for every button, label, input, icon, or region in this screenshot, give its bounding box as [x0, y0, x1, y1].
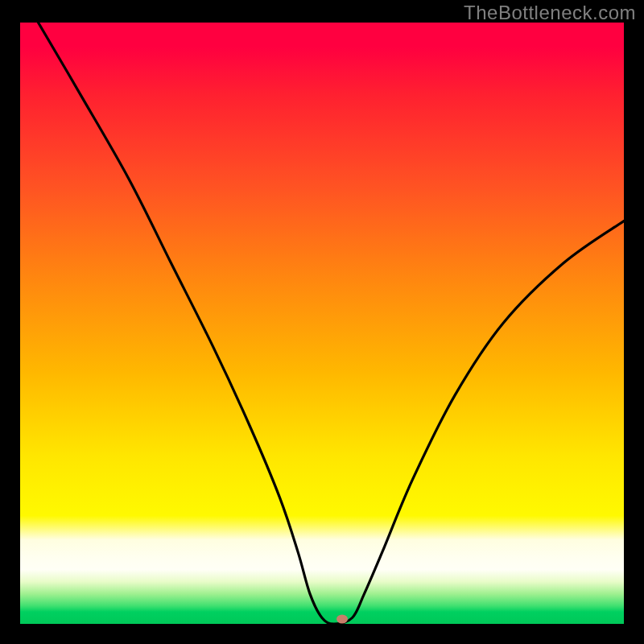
watermark-text: TheBottleneck.com: [464, 2, 636, 24]
bottleneck-curve: [20, 23, 624, 624]
chart-frame: TheBottleneck.com: [0, 0, 644, 644]
optimal-point-marker: [336, 615, 348, 624]
plot-area: [20, 23, 624, 624]
